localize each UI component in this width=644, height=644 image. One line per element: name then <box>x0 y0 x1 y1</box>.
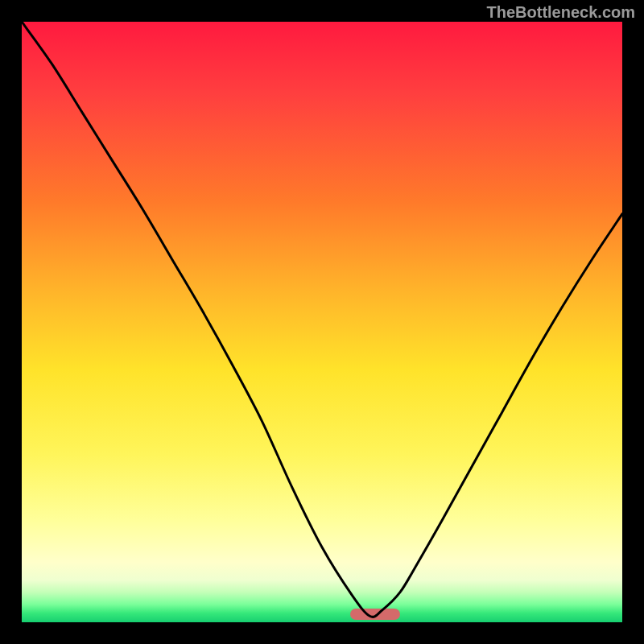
watermark-text: TheBottleneck.com <box>487 3 635 22</box>
plot-area <box>22 22 622 622</box>
chart-frame: TheBottleneck.com <box>0 0 644 644</box>
gradient-background <box>22 22 622 622</box>
min-marker <box>350 609 400 620</box>
